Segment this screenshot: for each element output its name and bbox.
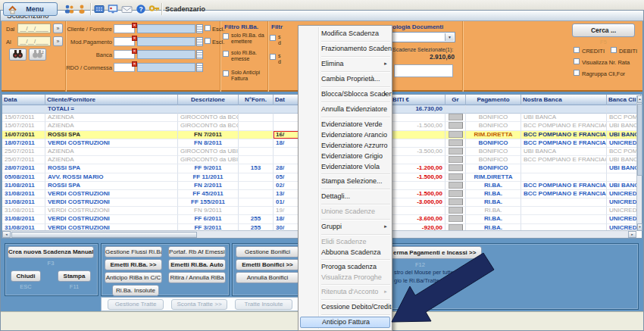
search-next-binoculars-button[interactable]: 2 bbox=[29, 48, 46, 61]
action-button[interactable]: Portaf. Rb Af Emessi bbox=[168, 246, 226, 258]
menu-item-blocca-sblocca-scadenze[interactable]: Blocca/Sblocca Scadenze► bbox=[299, 89, 392, 100]
menu-item-cessione-debito-credito[interactable]: Cessione Debito/Credito bbox=[299, 301, 392, 313]
menu-item-visualizza-proroghe: Visualizza Proroghe bbox=[299, 272, 392, 283]
al-input[interactable]: __/__/____ bbox=[17, 36, 51, 46]
chevron-down-icon[interactable]: ▼ bbox=[445, 33, 454, 41]
filter-checkbox[interactable] bbox=[270, 35, 276, 41]
search-binoculars-button[interactable] bbox=[9, 48, 27, 61]
column-header[interactable]: Gr bbox=[445, 95, 466, 105]
action-button[interactable]: Ritira / Annulla RiBa bbox=[168, 272, 226, 283]
action-button[interactable]: Ri.Ba. Insolute bbox=[112, 285, 159, 296]
filter-option-label: solo Ri.Ba. da emettere bbox=[231, 33, 266, 44]
menu-item-evidenziatore-verde[interactable]: Evidenziatore Verde bbox=[299, 119, 392, 130]
quick-filter-input[interactable] bbox=[394, 64, 453, 77]
mail-icon[interactable] bbox=[121, 4, 133, 14]
scroll-left-icon[interactable]: ◄ bbox=[2, 231, 11, 238]
horizontal-scroll-thumb[interactable] bbox=[11, 232, 197, 238]
filter-checkbox[interactable] bbox=[270, 54, 276, 60]
action-button[interactable]: Emetti Bonifici >> bbox=[236, 259, 299, 270]
users-icon[interactable] bbox=[64, 4, 75, 14]
menu-item-evidenziatore-azzurro[interactable]: Evidenziatore Azzurro bbox=[299, 140, 392, 151]
table-cell: AZIENDA bbox=[45, 148, 178, 156]
menu-item-stampa-selezione[interactable]: Stampa Selezione... bbox=[299, 176, 392, 187]
menu-item-gruppi[interactable]: Gruppi► bbox=[299, 221, 392, 233]
column-header[interactable]: Cliente/Fornitore bbox=[45, 95, 178, 105]
list-picker-icon[interactable] bbox=[196, 50, 203, 59]
menu-item-abbuona-scadenza[interactable]: Abbuona Scadenza bbox=[299, 247, 392, 258]
menu-item-cambia-propriet[interactable]: Cambia Proprietà... bbox=[299, 73, 392, 85]
crea-scadenza-button[interactable]: Crea nuova Scadenza Manuale bbox=[8, 246, 94, 258]
list-picker-icon[interactable] bbox=[196, 24, 203, 33]
scroll-right-icon[interactable]: ► bbox=[628, 231, 636, 238]
clear-icon[interactable]: × bbox=[132, 61, 137, 67]
table-cell bbox=[2, 105, 45, 114]
stampa-button[interactable]: Stampa bbox=[58, 270, 91, 282]
menu-item-anticipo-fattura[interactable]: Anticipo Fattura bbox=[300, 317, 390, 328]
vertical-scrollbar[interactable]: ▲ ▼ bbox=[636, 95, 642, 231]
monitor-icon[interactable] bbox=[108, 4, 119, 14]
menu-item-elimina[interactable]: Elimina► bbox=[299, 58, 392, 70]
escl-checkbox[interactable] bbox=[205, 25, 211, 31]
action-button[interactable]: Annulla Bonifici bbox=[236, 272, 299, 283]
table-cell: RIM.DIRETTA bbox=[466, 173, 521, 182]
action-button[interactable]: Gestione Bonifici bbox=[236, 246, 299, 258]
action-button[interactable]: Emetti Ri.Ba. Auto bbox=[168, 259, 226, 270]
column-header[interactable]: Nostra Banca bbox=[521, 95, 607, 105]
menu-separator bbox=[321, 41, 390, 42]
column-header[interactable]: Data bbox=[2, 95, 45, 105]
menu-separator bbox=[321, 299, 390, 300]
chiudi-button[interactable]: Chiudi bbox=[11, 270, 41, 282]
scroll-down-icon[interactable]: ▼ bbox=[637, 223, 642, 231]
menu-button[interactable]: Menu bbox=[3, 2, 58, 16]
menu-item-frazionamento-scadenza[interactable]: Frazionamento Scadenza bbox=[299, 43, 392, 55]
menu-item-proroga-scadenza[interactable]: Proroga scadenza bbox=[299, 261, 392, 272]
field-value-input[interactable] bbox=[137, 50, 195, 59]
svg-text:2: 2 bbox=[42, 50, 44, 55]
filter-option-label: Solo Anticipi Fattura bbox=[231, 70, 266, 81]
visualizza-rata-checkbox[interactable] bbox=[574, 58, 580, 64]
filter-field-row: Mod.Pagamento×Escl. bbox=[65, 36, 220, 47]
key-icon[interactable] bbox=[148, 4, 160, 14]
menu-separator bbox=[321, 56, 390, 57]
keypad-icon[interactable] bbox=[94, 4, 105, 14]
cerca-button[interactable]: Cerca ... bbox=[572, 23, 635, 37]
dal-input[interactable]: __/__/____ bbox=[17, 23, 51, 33]
action-button[interactable]: Emetti Ri.Ba. >> bbox=[105, 259, 162, 270]
filter-checkbox[interactable] bbox=[223, 70, 229, 77]
dal-picker-button[interactable]: » bbox=[53, 23, 63, 33]
scroll-up-icon[interactable]: ▲ bbox=[637, 95, 642, 103]
escl-checkbox[interactable] bbox=[205, 38, 211, 44]
clear-icon[interactable]: × bbox=[132, 23, 137, 28]
menu-item-evidenziatore-arancio[interactable]: Evidenziatore Arancio bbox=[299, 130, 392, 140]
filter-checkbox[interactable] bbox=[223, 51, 229, 57]
vertical-scroll-thumb[interactable] bbox=[637, 104, 642, 176]
ragruppa-checkbox[interactable] bbox=[574, 70, 580, 76]
filter-checkbox[interactable] bbox=[223, 33, 229, 39]
menu-item-modifica-scadenza[interactable]: Modifica Scadenza bbox=[299, 28, 392, 39]
list-picker-icon[interactable] bbox=[196, 63, 203, 72]
list-picker-icon[interactable] bbox=[196, 37, 203, 46]
tipologia-dropdown[interactable]: ▼ bbox=[383, 32, 455, 42]
clear-icon[interactable]: × bbox=[132, 48, 137, 54]
menu-item-annulla-evidenziatore[interactable]: Annulla Evidenziatore bbox=[299, 104, 392, 115]
debiti-checkbox[interactable] bbox=[611, 47, 617, 53]
action-button[interactable]: Gestione Flussi Ri.Ba. bbox=[105, 246, 162, 258]
column-header[interactable]: Pagamento bbox=[466, 95, 521, 105]
help-line-1: stro del Mouse per tutte le opzioni. bbox=[394, 269, 481, 276]
menu-item-evidenziatore-grigio[interactable]: Evidenziatore Grigio bbox=[299, 151, 392, 161]
field-value-input[interactable] bbox=[137, 37, 195, 46]
user-icon[interactable] bbox=[77, 4, 88, 14]
al-picker-button[interactable]: » bbox=[53, 36, 63, 46]
field-value-input[interactable] bbox=[137, 63, 195, 72]
field-value-input[interactable] bbox=[137, 24, 195, 33]
column-header[interactable]: Descrizione bbox=[178, 95, 239, 105]
crediti-checkbox[interactable] bbox=[574, 47, 580, 53]
clear-icon[interactable]: × bbox=[132, 36, 137, 41]
filter-option-label: s d bbox=[278, 34, 296, 45]
help-icon[interactable]: ? bbox=[136, 4, 147, 14]
column-header[interactable]: N°Forn. bbox=[239, 95, 274, 105]
menu-item-evidenziatore-viola[interactable]: Evidenziatore Viola bbox=[299, 161, 392, 172]
column-header[interactable]: DEBITI € bbox=[383, 95, 445, 105]
action-button[interactable]: Anticipo RiBa in C/C bbox=[105, 272, 162, 283]
menu-item-dettagli[interactable]: Dettagli... bbox=[299, 191, 392, 202]
